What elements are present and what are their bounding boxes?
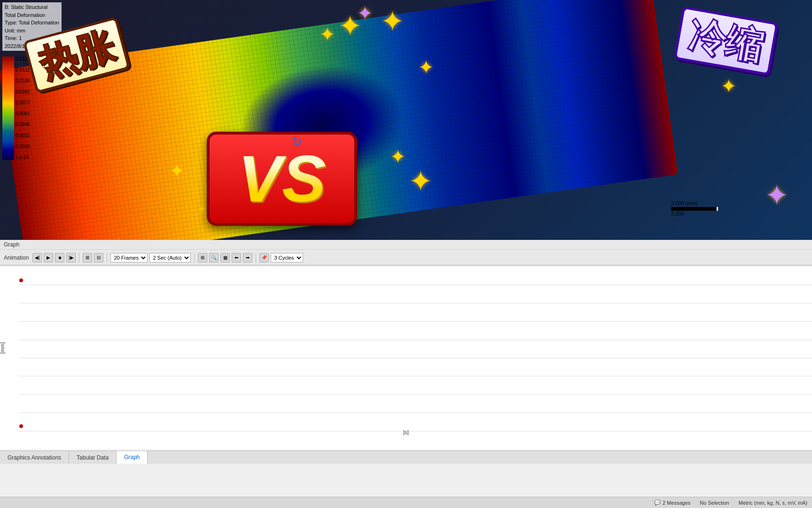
legend-val-7: 0.0031 — [16, 133, 30, 138]
selection-status: No Selection — [700, 500, 729, 506]
beam-mesh-container — [0, 0, 678, 240]
message-icon: 💬 — [654, 500, 661, 506]
graph-section-label: Graph — [0, 240, 812, 250]
grid-h-9 — [19, 431, 812, 431]
cold-sticker-box: 冷缩 — [674, 6, 779, 76]
color-legend: 0.0137 0.0122 0.0106 0.0092 0.0077 0.006… — [2, 56, 31, 160]
legend-value-labels: 0.0137 0.0122 0.0106 0.0092 0.0077 0.006… — [16, 56, 30, 160]
tab-graph[interactable]: Graph — [117, 451, 148, 464]
selection-label: No Selection — [700, 500, 729, 506]
rotate-icon[interactable]: ↻ — [291, 134, 310, 153]
scale-lower: 2.250 — [671, 211, 718, 216]
date-label: 2022/8/1 10:59 — [5, 42, 59, 50]
speed-select[interactable]: 2 Sec (Auto) — [149, 253, 191, 262]
sparkle-10: ✦ — [765, 179, 789, 212]
grid-h-2 — [19, 303, 812, 303]
color-map-button[interactable]: ▦ — [220, 253, 230, 262]
animation-label: Animation — [4, 254, 29, 261]
software-title: B: Static Structural — [5, 3, 59, 11]
graph-dot-bottom — [19, 424, 23, 428]
messages-label: 2 Messages — [663, 500, 690, 506]
cycles-select[interactable]: 3 Cycles — [271, 253, 303, 262]
legend-val-4: 0.0077 — [16, 100, 30, 105]
play-end-button[interactable]: |▶ — [66, 253, 76, 262]
play-button[interactable]: ▶ — [44, 253, 53, 262]
grid-h-7 — [19, 394, 812, 395]
scale-line — [671, 207, 718, 211]
pin-button[interactable]: 📌 — [259, 253, 269, 262]
toolbar-sep-3 — [194, 253, 195, 262]
x-axis-label: [s] — [403, 429, 409, 435]
graph-dot-top — [19, 278, 23, 282]
legend-color-bar — [2, 56, 14, 160]
bottom-panel: Graph Animation ◀| ▶ ■ |▶ ⊞ ⊟ 20 Frames … — [0, 240, 812, 508]
scale-value: 3.000 (mm) — [671, 200, 718, 206]
sparkle-11: ✦ — [721, 75, 737, 97]
toolbar-sep-4 — [256, 253, 256, 262]
cold-sticker-text: 冷缩 — [686, 16, 766, 66]
grid-button-2[interactable]: ⊟ — [94, 253, 103, 262]
mesh-grid-overlay — [0, 0, 678, 240]
simulation-info-panel: B: Static Structural Total Deformation T… — [2, 2, 62, 51]
tab-tabular-data[interactable]: Tabular Data — [69, 451, 117, 464]
type-label: Type: Total Deformation — [5, 19, 59, 27]
grid-h-5 — [19, 358, 812, 358]
bottom-tabs: Graphics Annotations Tabular Data Graph — [0, 451, 812, 464]
legend-val-9: 1.e-14 — [16, 155, 30, 160]
legend-val-0: 0.0137 — [16, 56, 30, 62]
animation-toolbar: Animation ◀| ▶ ■ |▶ ⊞ ⊟ 20 Frames 2 Sec … — [0, 250, 812, 265]
toolbar-sep-1 — [79, 253, 79, 262]
cold-sticker: 冷缩 — [674, 6, 779, 76]
stop-button[interactable]: ■ — [55, 253, 64, 262]
grid-h-1 — [19, 285, 812, 285]
play-back-button[interactable]: ◀| — [32, 253, 42, 262]
unit-label: Unit: mm — [5, 27, 59, 35]
simulation-viewport: B: Static Structural Total Deformation T… — [0, 0, 812, 240]
graph-area: [mm] [s] — [0, 266, 812, 449]
time-label: Time: 1 — [5, 34, 59, 42]
frames-select[interactable]: 20 Frames — [110, 253, 148, 262]
align-left-button[interactable]: ⬅ — [232, 253, 241, 262]
tab-graphics-annotations[interactable]: Graphics Annotations — [0, 451, 69, 464]
grid-button-1[interactable]: ⊞ — [83, 253, 92, 262]
grid-h-3 — [19, 321, 812, 322]
legend-val-1: 0.0122 — [16, 67, 30, 72]
result-type-main: Total Deformation — [5, 11, 59, 19]
align-right-button[interactable]: ➡ — [243, 253, 252, 262]
grid-h-6 — [19, 376, 812, 376]
legend-val-2: 0.0106 — [16, 78, 30, 83]
zoom-fit-button[interactable]: ⊞ — [198, 253, 207, 262]
messages-status: 💬 2 Messages — [654, 500, 690, 506]
grid-h-4 — [19, 340, 812, 340]
grid-h-8 — [19, 413, 812, 413]
scale-bar-panel: 3.000 (mm) 2.250 — [671, 200, 718, 216]
legend-val-8: 0.0016 — [16, 144, 30, 149]
graph-grid — [19, 266, 812, 449]
legend-val-5: 0.0061 — [16, 111, 30, 116]
legend-val-6: 0.0046 — [16, 122, 30, 127]
status-bar: 💬 2 Messages No Selection Metric (mm, kg… — [0, 497, 812, 508]
toolbar-sep-2 — [107, 253, 107, 262]
unit-system-status: Metric (mm, kg, N, s, mV, mA) — [739, 500, 807, 506]
legend-val-3: 0.0092 — [16, 89, 30, 95]
fea-mesh — [0, 0, 678, 240]
y-axis-label: [mm] — [0, 342, 5, 354]
unit-system-label: Metric (mm, kg, N, s, mV, mA) — [739, 500, 807, 506]
zoom-in-button[interactable]: 🔍 — [209, 253, 219, 262]
